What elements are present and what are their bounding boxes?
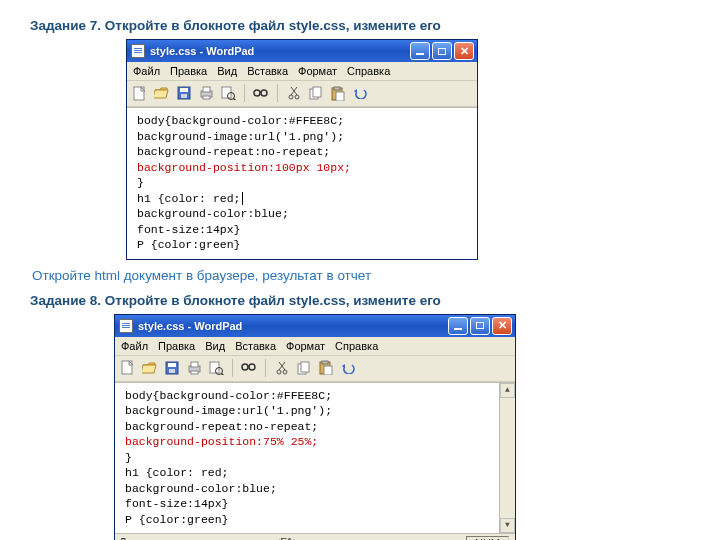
cut-icon[interactable] [285,84,303,102]
svg-rect-42 [322,361,328,364]
svg-rect-2 [180,88,188,92]
menu-edit[interactable]: Правка [158,340,195,352]
svg-rect-24 [168,363,176,367]
svg-line-9 [233,99,235,101]
toolbar [127,81,477,107]
print-preview-icon[interactable] [219,84,237,102]
svg-point-32 [242,364,248,370]
editor-content[interactable]: body{background-color:#FFEE8C; backgroun… [127,107,477,259]
wordpad-window-2: style.css - WordPad ✕ Файл Правка Вид Вс… [114,314,516,540]
svg-rect-25 [169,369,175,373]
menu-insert[interactable]: Вставка [235,340,276,352]
code-line: background-color:blue; [137,206,469,222]
close-button[interactable]: ✕ [492,317,512,335]
undo-icon[interactable] [351,84,369,102]
code-line-highlight: background-position:100px 10px; [137,160,469,176]
svg-rect-5 [203,87,210,92]
code-line: font-size:14px} [125,496,495,512]
cut-icon[interactable] [273,359,291,377]
save-icon[interactable] [163,359,181,377]
print-icon[interactable] [185,359,203,377]
open-icon[interactable] [141,359,159,377]
code-line: h1 {color: red; [125,465,495,481]
undo-icon[interactable] [339,359,357,377]
minimize-button[interactable] [448,317,468,335]
svg-point-10 [254,90,260,96]
maximize-button[interactable] [432,42,452,60]
svg-rect-18 [313,87,321,97]
new-icon[interactable] [131,84,149,102]
task7-heading: Задание 7. Откройте в блокноте файл styl… [30,18,694,33]
window-title: style.css - WordPad [138,320,443,332]
find-icon[interactable] [240,359,258,377]
titlebar: style.css - WordPad ✕ [127,40,477,62]
document-icon [119,319,133,333]
menu-view[interactable]: Вид [205,340,225,352]
code-line: P {color:green} [125,512,495,528]
svg-point-15 [289,95,293,99]
window-title: style.css - WordPad [150,45,405,57]
maximize-button[interactable] [470,317,490,335]
scroll-up-icon[interactable]: ▲ [500,383,515,398]
svg-rect-3 [181,94,187,98]
svg-rect-27 [191,362,198,367]
menu-edit[interactable]: Правка [170,65,207,77]
code-line: body{background-color:#FFEE8C; [137,113,469,129]
menu-file[interactable]: Файл [133,65,160,77]
copy-icon[interactable] [295,359,313,377]
code-line: background-color:blue; [125,481,495,497]
scroll-down-icon[interactable]: ▼ [500,518,515,533]
titlebar: style.css - WordPad ✕ [115,315,515,337]
menu-format[interactable]: Формат [286,340,325,352]
svg-point-38 [283,370,287,374]
svg-point-33 [249,364,255,370]
code-line-highlight: background-position:75% 25%; [125,434,495,450]
close-button[interactable]: ✕ [454,42,474,60]
svg-rect-6 [203,96,210,99]
paste-icon[interactable] [329,84,347,102]
code-line: } [125,450,495,466]
editor-content[interactable]: body{background-color:#FFEE8C; backgroun… [115,382,515,534]
code-line: h1 {color: red; [137,191,469,207]
vertical-scrollbar[interactable]: ▲ ▼ [499,383,515,534]
copy-icon[interactable] [307,84,325,102]
paste-icon[interactable] [317,359,335,377]
save-icon[interactable] [175,84,193,102]
status-num: NUM [466,536,509,540]
new-icon[interactable] [119,359,137,377]
wordpad-window-1: style.css - WordPad ✕ Файл Правка Вид Вс… [126,39,478,260]
menu-file[interactable]: Файл [121,340,148,352]
menu-help[interactable]: Справка [335,340,378,352]
code-line: background-repeat:no-repeat; [137,144,469,160]
document-icon [131,44,145,58]
svg-point-16 [295,95,299,99]
menu-format[interactable]: Формат [298,65,337,77]
text-caret [242,192,243,205]
svg-rect-20 [334,87,340,90]
print-preview-icon[interactable] [207,359,225,377]
code-line: body{background-color:#FFEE8C; [125,388,495,404]
code-line: background-image:url('1.png'); [137,129,469,145]
statusbar: Для вывода справки нажмите <F1> NUM [115,533,515,540]
svg-line-31 [221,373,223,375]
svg-rect-43 [324,366,332,375]
minimize-button[interactable] [410,42,430,60]
task7-instruction: Откройте html документ в браузере, резул… [32,268,694,283]
menubar: Файл Правка Вид Вставка Формат Справка [115,337,515,356]
menu-insert[interactable]: Вставка [247,65,288,77]
code-line: background-image:url('1.png'); [125,403,495,419]
print-icon[interactable] [197,84,215,102]
svg-rect-28 [191,371,198,374]
menu-help[interactable]: Справка [347,65,390,77]
status-hint: Для вывода справки нажмите <F1> [119,536,299,540]
code-line: P {color:green} [137,237,469,253]
toolbar [115,356,515,382]
open-icon[interactable] [153,84,171,102]
svg-rect-40 [301,362,309,372]
code-line: background-repeat:no-repeat; [125,419,495,435]
menu-view[interactable]: Вид [217,65,237,77]
find-icon[interactable] [252,84,270,102]
menubar: Файл Правка Вид Вставка Формат Справка [127,62,477,81]
task8-heading: Задание 8. Откройте в блокноте файл styl… [30,293,694,308]
svg-point-11 [261,90,267,96]
